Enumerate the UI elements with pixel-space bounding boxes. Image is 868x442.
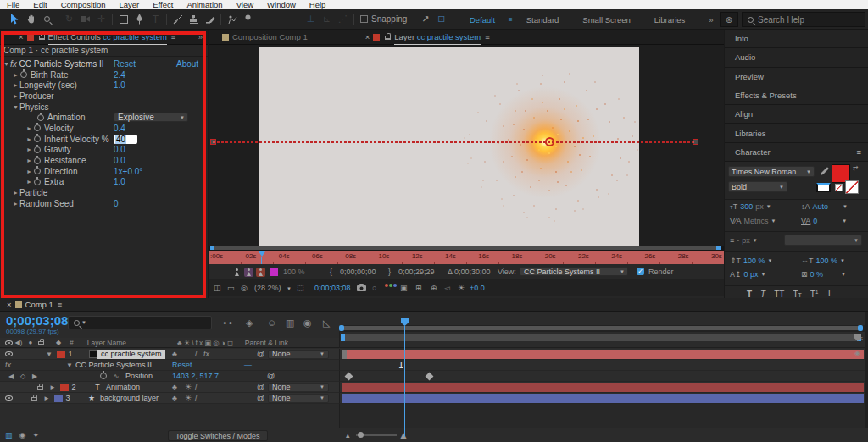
camera-tool-icon[interactable] — [77, 9, 93, 30]
tab-comp1[interactable]: Comp 1 — [25, 300, 53, 309]
workspace-small-screen[interactable]: Small Screen — [570, 15, 643, 25]
twirl-right-icon[interactable]: ► — [25, 146, 33, 152]
view-option-icon[interactable] — [256, 268, 265, 277]
pixel-aspect-icon[interactable]: ⊕ — [431, 284, 437, 292]
twirl-right-icon[interactable]: ► — [12, 201, 19, 207]
panel-character[interactable]: Character≡ — [725, 143, 868, 162]
lock-icon[interactable] — [385, 36, 391, 40]
view-option-icon[interactable] — [244, 268, 253, 277]
track-row-2[interactable] — [339, 382, 865, 393]
draft3d-icon[interactable]: ◈ — [246, 318, 253, 329]
swap-colors-icon[interactable]: ⇄ — [853, 164, 859, 172]
twirl-right-icon[interactable]: ► — [25, 179, 33, 185]
layer-name-editing[interactable]: cc practile system — [97, 350, 165, 359]
twirl-right-icon[interactable]: ► — [25, 125, 33, 131]
exposure-value[interactable]: +0.0 — [470, 284, 485, 292]
text-tool-icon[interactable]: T — [147, 9, 164, 30]
tsume-value[interactable]: 0 % — [810, 270, 824, 279]
playhead[interactable] — [258, 251, 265, 264]
stroke-color-swatch[interactable] — [816, 183, 831, 192]
prop-label[interactable]: Animation — [47, 113, 85, 122]
graph-editor-icon[interactable]: ◺ — [323, 318, 330, 329]
stopwatch-icon[interactable] — [20, 71, 27, 78]
work-area-bar[interactable] — [341, 334, 861, 341]
add-keyframe-icon[interactable]: ◇ — [17, 373, 29, 380]
eyedropper-icon[interactable] — [820, 167, 829, 176]
vertical-scale-value[interactable]: 100 % — [743, 257, 765, 265]
zoom-slider-knob[interactable] — [358, 432, 364, 438]
panel-overflow-icon[interactable]: » — [198, 32, 203, 41]
view-layout-icon[interactable]: ⊞ — [415, 284, 422, 292]
layer-switches[interactable]: ♣ — [172, 394, 177, 402]
prop-value[interactable]: 0 — [114, 199, 119, 208]
fast-previews-icon[interactable]: ◅ — [444, 284, 450, 292]
prop-value[interactable]: 0.0 — [114, 156, 125, 165]
panel-align[interactable]: Align — [725, 105, 868, 124]
path-handle-right[interactable] — [693, 139, 698, 145]
tab-layer[interactable]: Layer cc practile system — [394, 30, 481, 45]
layer-bar-2[interactable] — [342, 383, 864, 392]
close-icon[interactable]: × — [19, 32, 24, 41]
effect-row[interactable]: fx ▼ CC Particle Systems II Reset — — [0, 360, 339, 371]
effects-switch[interactable]: ☀ — [185, 394, 192, 402]
stopwatch-icon[interactable] — [34, 157, 41, 164]
fx-switch[interactable]: fx — [203, 350, 209, 358]
menu-help[interactable]: Help — [303, 0, 333, 9]
path-handle-left[interactable] — [210, 139, 216, 145]
pickwhip-icon[interactable]: @ — [257, 350, 264, 358]
panel-audio[interactable]: Audio — [725, 48, 868, 67]
visibility-toggle[interactable] — [5, 395, 13, 401]
twirl-right-icon[interactable]: ► — [12, 82, 19, 88]
layer-switches[interactable]: ♣ — [172, 383, 177, 391]
layer-time-ruler[interactable]: :00s02s04s06s08s10s12s14s16s18s20s22s24s… — [209, 251, 724, 264]
in-bracket-icon[interactable]: { — [330, 268, 332, 276]
menu-window[interactable]: Window — [260, 0, 303, 9]
panel-menu-icon[interactable]: ≡ — [856, 147, 861, 157]
font-family-dropdown[interactable]: Times New Roman▼ — [728, 166, 815, 177]
out-bracket-icon[interactable]: } — [388, 268, 391, 276]
exposure-icon[interactable]: ☀ — [458, 284, 465, 292]
snapshot-icon[interactable] — [357, 284, 366, 291]
duration-value[interactable]: Δ 0;00;30;00 — [448, 268, 491, 276]
rotate-tool-icon[interactable]: ↻ — [61, 9, 77, 30]
stopwatch-icon[interactable] — [34, 124, 41, 131]
puppet-pin-tool-icon[interactable] — [240, 9, 256, 30]
pickwhip-icon[interactable]: @ — [267, 372, 275, 380]
selection-tool-icon[interactable] — [7, 9, 23, 30]
reset-link[interactable]: Reset — [114, 59, 136, 69]
rotobrush-tool-icon[interactable] — [224, 9, 240, 30]
effect-header-row[interactable]: ▼ fx CC Particle Systems II Reset About — [0, 58, 208, 69]
effects-switch[interactable]: ☀ — [185, 383, 192, 391]
timeline-search[interactable]: ▼ — [68, 316, 212, 329]
prop-label[interactable]: Producer — [19, 91, 54, 101]
layer-row-1[interactable]: ▼ 1 cc practile system ♣ / fx @ None▼ — [0, 349, 339, 360]
stroke-width-value[interactable]: - — [737, 236, 739, 245]
composition-flowchart-icon[interactable]: ⊶ — [223, 318, 232, 329]
quality-switch[interactable]: / — [195, 394, 198, 402]
keyframe-icon[interactable] — [426, 373, 434, 381]
panel-menu-icon[interactable]: ≡ — [171, 32, 176, 41]
position-row[interactable]: ◀ ◇ ▶ ∿ Position 1403.2, 517.7 @ — [0, 371, 339, 382]
close-icon[interactable]: × — [365, 32, 370, 41]
panel-menu-icon[interactable]: ≡ — [485, 32, 490, 41]
frame-blend-icon[interactable]: ▥ — [286, 318, 294, 329]
pickwhip-icon[interactable]: @ — [257, 383, 264, 391]
keyframe-icon[interactable] — [345, 373, 353, 381]
workspace-menu-icon[interactable]: ≡ — [507, 16, 515, 24]
next-keyframe-icon[interactable]: ▶ — [29, 373, 41, 380]
tab-composition[interactable]: Composition Comp 1 — [232, 32, 308, 41]
prop-value[interactable]: 1.0 — [114, 80, 125, 90]
menu-animation[interactable]: Animation — [180, 0, 229, 9]
twirl-right-icon[interactable]: ► — [25, 169, 33, 174]
twirl-right-icon[interactable]: ► — [12, 190, 19, 196]
stamp-tool-icon[interactable] — [186, 9, 202, 30]
motion-path[interactable] — [213, 141, 696, 143]
prop-label[interactable]: Extra — [44, 177, 64, 186]
inherit-velocity-input[interactable]: 40 — [114, 135, 137, 144]
frame-blend-toggle-icon[interactable]: ▥ — [5, 431, 13, 439]
canvas[interactable] — [259, 47, 639, 246]
panel-effects-presets[interactable]: Effects & Presets — [725, 86, 868, 105]
layer-bar-3[interactable] — [342, 394, 864, 403]
roi-icon[interactable]: ⬚ — [297, 284, 304, 292]
prop-label[interactable]: Gravity — [44, 145, 71, 154]
